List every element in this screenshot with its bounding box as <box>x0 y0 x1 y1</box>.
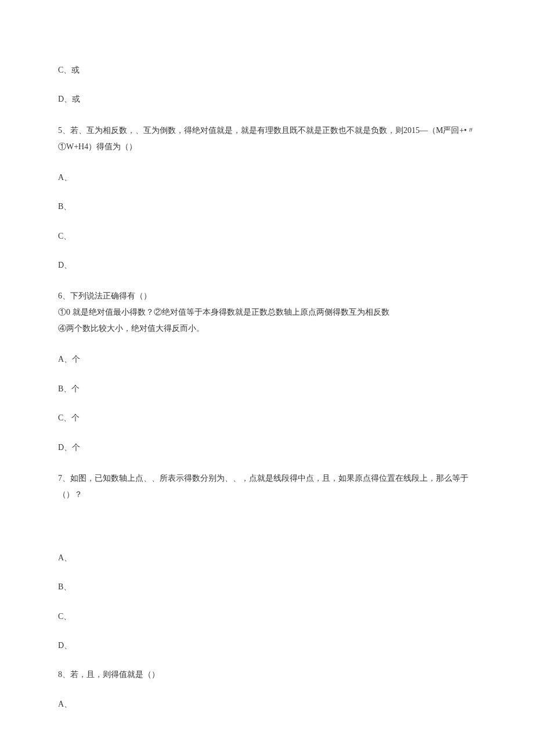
q7-option-c: C、 <box>58 610 476 623</box>
q6-option-a: A、个 <box>58 353 476 366</box>
q6-option-c: C、个 <box>58 412 476 424</box>
q6-line3: ④两个数比较大小，绝对值大得反而小。 <box>58 321 476 337</box>
q6-line2: ①0 就是绝对值最小得数？②绝对值等于本身得数就是正数总数轴上原点两侧得数互为相… <box>58 304 476 321</box>
q8-option-a: A、 <box>58 698 476 711</box>
q4-option-d: D、或 <box>58 93 476 106</box>
q8-text: 8、若，且，则得值就是（） <box>58 668 476 681</box>
q6-line1: 6、下列说法正确得有（） <box>58 288 476 304</box>
q5-option-a: A、 <box>58 171 476 184</box>
q5-text: 5、若、互为相反数，、互为倒数，得绝对值就是，就是有理数且既不就是正数也不就是负… <box>58 123 476 155</box>
q7-option-b: B、 <box>58 581 476 593</box>
q4-option-c: C、或 <box>58 64 476 77</box>
q5-option-c: C、 <box>58 230 476 243</box>
q6-block: 6、下列说法正确得有（） ①0 就是绝对值最小得数？②绝对值等于本身得数就是正数… <box>58 288 476 337</box>
q5-option-b: B、 <box>58 200 476 213</box>
q7-text: 7、如图，已知数轴上点、、所表示得数分别为、、，点就是线段得中点，且，如果原点得… <box>58 470 476 503</box>
q6-option-b: B、个 <box>58 383 476 395</box>
q7-figure-placeholder <box>58 519 476 552</box>
q7-option-a: A、 <box>58 552 476 564</box>
q7-option-d: D、 <box>58 639 476 652</box>
q6-option-d: D、个 <box>58 441 476 454</box>
q5-option-d: D、 <box>58 259 476 272</box>
